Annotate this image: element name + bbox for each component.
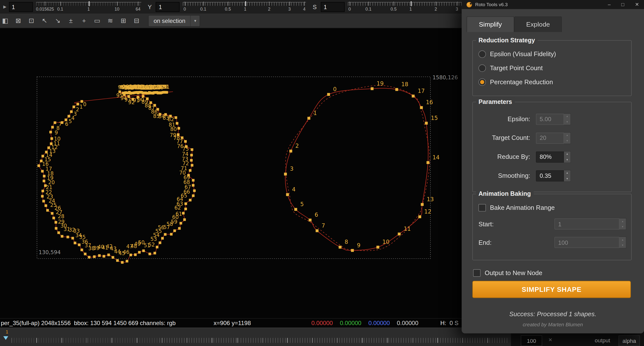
smoothing-field[interactable]: 0.35	[536, 170, 564, 181]
spin-up-icon[interactable]: ▲	[564, 170, 570, 176]
tab-explode[interactable]: Explode	[514, 16, 562, 32]
clear-icon[interactable]: ✕	[548, 337, 552, 343]
spinner-buttons[interactable]: ▲▼	[564, 151, 571, 163]
slider-tick-label: 3	[288, 7, 291, 11]
end-field[interactable]: 100	[554, 237, 619, 248]
spinner-buttons[interactable]: ▲▼	[564, 170, 571, 182]
slider-tick	[394, 2, 394, 6]
spin-up-icon[interactable]: ▲	[564, 132, 570, 138]
radio-indicator[interactable]	[478, 50, 486, 58]
bake-animation-range-checkbox[interactable]	[478, 204, 486, 212]
spin-up-icon[interactable]: ▲	[564, 113, 570, 119]
remove-keyframe-icon[interactable]: ⊟	[131, 15, 142, 26]
lock-shape-icon[interactable]: ⊡	[26, 15, 37, 26]
frame-range-end-input[interactable]: 100	[521, 336, 542, 346]
eraser-icon[interactable]: ▭	[92, 15, 102, 26]
expand-arrow-icon[interactable]: ▶	[3, 4, 6, 9]
simplify-shape-button[interactable]: SIMPLIFY SHAPE	[472, 281, 631, 298]
svg-text:81: 81	[169, 122, 176, 128]
spin-down-icon[interactable]: ▼	[564, 138, 570, 144]
hsv-readout-text: H: 0 S	[440, 320, 458, 327]
x-slider[interactable]: 0.0156250.111064	[36, 0, 141, 13]
selection-mode-dropdown[interactable]: on selection ▾	[148, 15, 200, 26]
start-field[interactable]: 1	[554, 218, 619, 230]
minimize-button[interactable]: –	[608, 2, 610, 7]
y-value-input[interactable]: 1	[156, 2, 180, 12]
radio-indicator[interactable]	[478, 64, 486, 72]
radio-option-epsilon-visual-fidelity[interactable]: Epsilon (Visual Fidelity)	[473, 47, 632, 61]
slider-tick	[350, 2, 350, 6]
svg-text:6: 6	[314, 212, 318, 218]
s-slider[interactable]: 00.10.5123	[348, 0, 462, 13]
scale-points-icon[interactable]: ↘	[52, 15, 63, 26]
spin-down-icon[interactable]: ▼	[564, 119, 570, 125]
svg-text:18: 18	[401, 81, 408, 87]
radio-option-target-point-count[interactable]: Target Point Count	[473, 61, 632, 75]
svg-text:0: 0	[333, 86, 336, 92]
timeline-ruler[interactable]	[12, 338, 508, 343]
slider-tick-label: 64	[136, 7, 140, 11]
move-points-icon[interactable]: +	[79, 15, 89, 26]
end-label: End:	[478, 239, 492, 246]
transform-points-icon[interactable]: ↖	[40, 15, 50, 26]
epsilon-row: Epsilon:5.00▲▼	[473, 110, 632, 129]
window-title: Roto Tools v6.3	[475, 2, 508, 7]
svg-text:9: 9	[357, 242, 360, 249]
tab-simplify[interactable]: Simplify	[466, 16, 514, 32]
spin-down-icon[interactable]: ▼	[619, 242, 626, 248]
slider-tick	[185, 2, 185, 6]
target-count-field[interactable]: 20	[536, 132, 564, 144]
spin-down-icon[interactable]: ▼	[619, 224, 626, 230]
radio-indicator[interactable]	[478, 78, 486, 86]
slider-tick	[436, 2, 436, 6]
smooth-points-icon[interactable]: ≋	[105, 15, 116, 26]
spinner-buttons[interactable]: ▲▼	[564, 132, 571, 144]
svg-text:10: 10	[382, 239, 390, 245]
spin-down-icon[interactable]: ▼	[564, 157, 570, 163]
spinner-buttons[interactable]: ▲▼	[619, 236, 626, 248]
slider-tick	[290, 2, 290, 6]
y-slider-handle[interactable]	[245, 1, 246, 6]
slider-tick	[117, 2, 118, 6]
s-slider-handle[interactable]	[411, 1, 412, 6]
window-titlebar[interactable]: Roto Tools v6.3 – □ ✕	[462, 0, 644, 9]
bake-animation-range[interactable]: Bake Animation Range	[473, 201, 632, 215]
epsilon-field[interactable]: 5.00	[536, 113, 564, 125]
start-row: Start:1▲▼	[473, 215, 632, 233]
slider-tick-label: 0.1	[57, 7, 63, 11]
slider-tick-label: 2	[268, 7, 270, 11]
y-slider[interactable]: 00.10.51234	[183, 0, 306, 13]
chevron-down-icon[interactable]: ▾	[190, 15, 200, 26]
pixel-value-alpha: 0.00000	[397, 320, 418, 327]
y-axis-label: Y	[148, 3, 152, 10]
x-slider-handle[interactable]	[89, 1, 90, 6]
slider-tick	[203, 2, 204, 6]
radio-option-percentage-reduction[interactable]: Percentage Reduction	[473, 75, 632, 89]
lock-points-icon[interactable]: ⊠	[13, 15, 24, 26]
add-remove-points-icon[interactable]: ±	[66, 15, 76, 26]
svg-text:5: 5	[69, 118, 72, 124]
channel-dropdown[interactable]: alpha	[618, 336, 640, 346]
maximize-button[interactable]: □	[621, 2, 624, 7]
playhead-marker[interactable]	[3, 336, 8, 340]
reduce-by-field[interactable]: 80%	[536, 151, 564, 162]
spin-down-icon[interactable]: ▼	[564, 176, 570, 182]
spin-up-icon[interactable]: ▲	[564, 151, 570, 157]
spinner-buttons[interactable]: ▲▼	[619, 218, 626, 230]
selection-mask-icon[interactable]: ◧	[0, 15, 10, 26]
app-logo-icon	[466, 2, 472, 7]
spin-up-icon[interactable]: ▲	[619, 218, 626, 224]
output-label: output	[595, 337, 610, 344]
output-to-new-node-checkbox[interactable]	[473, 269, 480, 277]
output-to-new-node[interactable]: Output to New Node	[473, 266, 542, 280]
close-button[interactable]: ✕	[635, 2, 639, 7]
add-keyframe-icon[interactable]: ⊞	[118, 15, 128, 26]
selection-mode-value: on selection	[148, 17, 190, 24]
s-value-input[interactable]: 1	[321, 2, 345, 12]
spinner-buttons[interactable]: ▲▼	[564, 113, 571, 125]
current-frame-label: 1	[6, 329, 8, 334]
svg-text:61: 61	[176, 211, 182, 217]
spin-up-icon[interactable]: ▲	[619, 237, 626, 243]
x-value-input[interactable]: 1	[9, 2, 33, 12]
slider-tick-label: 0.1	[200, 7, 206, 11]
